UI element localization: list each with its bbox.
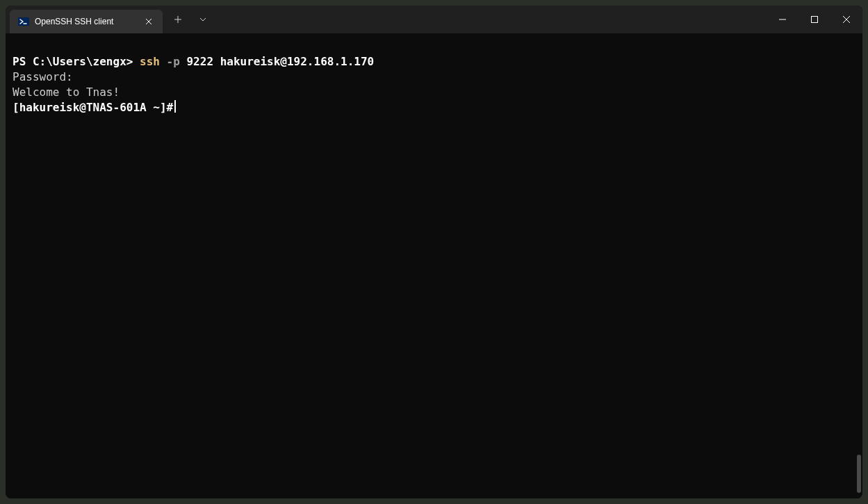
chevron-down-icon [199,16,206,23]
maximize-icon [811,16,818,23]
cursor [174,100,176,113]
svg-rect-0 [18,17,29,26]
titlebar-drag-area[interactable] [215,6,767,33]
maximize-button[interactable] [799,6,830,33]
tab-actions [165,6,215,33]
plus-icon [174,15,182,24]
minimize-button[interactable] [767,6,799,33]
svg-rect-7 [812,17,818,23]
powershell-icon [18,16,29,27]
titlebar[interactable]: OpenSSH SSH client [6,6,862,33]
cmd-args: 9222 hakureisk@192.168.1.170 [180,55,374,68]
window-controls [767,6,862,33]
tab-dropdown-button[interactable] [190,6,215,33]
tab-active[interactable]: OpenSSH SSH client [10,10,163,33]
ps-prompt: PS C:\Users\zengx> [13,55,140,68]
scrollbar-thumb[interactable] [857,455,861,493]
terminal-window: OpenSSH SSH client [6,6,862,498]
close-window-button[interactable] [830,6,862,33]
minimize-icon [779,16,786,23]
tab-title: OpenSSH SSH client [35,17,136,26]
welcome-message: Welcome to Tnas! [13,86,120,99]
close-icon [843,16,850,23]
new-tab-button[interactable] [165,6,190,33]
shell-prompt: [hakureisk@TNAS-601A ~]# [13,101,173,114]
tab-close-button[interactable] [142,15,156,29]
cmd-flag: -p [160,55,180,68]
cmd-ssh: ssh [140,55,160,68]
terminal-content[interactable]: PS C:\Users\zengx> ssh -p 9222 hakureisk… [6,33,862,498]
password-prompt: Password: [13,70,73,83]
close-icon [145,18,152,25]
